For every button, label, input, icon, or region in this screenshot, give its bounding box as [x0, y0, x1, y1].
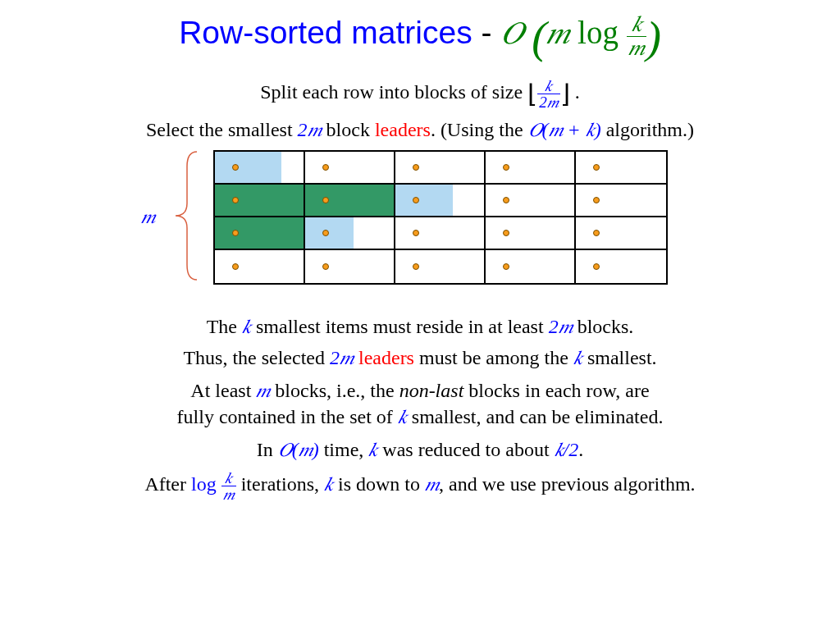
dot-icon	[413, 263, 419, 270]
matrix-cell	[576, 152, 666, 183]
text-line-7: After log 𝑘𝑚 iterations, 𝑘 is down to 𝑚,…	[33, 470, 807, 502]
title-big-o: 𝑂 (𝑚 log 𝑘𝑚)	[500, 15, 660, 50]
matrix-cell	[576, 250, 666, 283]
matrix-cell	[395, 217, 486, 249]
dot-icon	[322, 230, 329, 236]
matrix-diagram: 𝑚	[158, 150, 682, 298]
slide: Row-sorted matrices - 𝑂 (𝑚 log 𝑘𝑚) Split…	[0, 0, 840, 527]
title-prefix: Row-sorted matrices	[179, 15, 472, 50]
matrix-row	[215, 152, 666, 185]
title-dash: -	[472, 15, 501, 50]
dot-icon	[593, 164, 600, 171]
dot-icon	[413, 230, 419, 236]
dot-icon	[413, 197, 419, 203]
dot-icon	[503, 164, 509, 171]
matrix-cell	[486, 217, 576, 249]
matrix-cell	[215, 185, 305, 216]
m-label: 𝑚	[141, 206, 155, 228]
text-line-6: In 𝑂(𝑚) time, 𝑘 was reduced to about 𝑘/2…	[33, 439, 807, 461]
text-line-1: Split each row into blocks of size ⌊𝑘2𝑚⌋…	[33, 78, 807, 110]
matrix-cell	[576, 185, 666, 216]
matrix-cell	[305, 185, 395, 216]
matrix-cell	[215, 152, 305, 183]
dot-icon	[232, 230, 239, 236]
dot-icon	[413, 164, 419, 171]
matrix-cell	[486, 185, 576, 216]
dot-icon	[503, 230, 509, 236]
brace-icon	[164, 150, 201, 281]
matrix-row	[215, 250, 666, 283]
matrix-cell	[215, 250, 305, 283]
text-line-5: At least 𝑚 blocks, i.e., the non-last bl…	[33, 378, 807, 429]
matrix-cell	[305, 217, 395, 249]
dot-icon	[593, 230, 600, 236]
dot-icon	[322, 197, 329, 203]
dot-icon	[593, 197, 600, 203]
matrix-cell	[395, 250, 486, 283]
dot-icon	[503, 197, 509, 203]
dot-icon	[503, 263, 509, 270]
dot-icon	[232, 164, 239, 171]
slide-title: Row-sorted matrices - 𝑂 (𝑚 log 𝑘𝑚)	[33, 11, 807, 63]
matrix-cell	[486, 152, 576, 183]
matrix-cell	[486, 250, 576, 283]
text-line-4: Thus, the selected 2𝑚 leaders must be am…	[33, 347, 807, 369]
text-line-3: The 𝑘 smallest items must reside in at l…	[33, 316, 807, 338]
matrix-cell	[305, 250, 395, 283]
matrix-cell	[215, 217, 305, 249]
matrix-cell	[576, 217, 666, 249]
matrix-cell	[305, 152, 395, 183]
dot-icon	[322, 263, 329, 270]
dot-icon	[232, 197, 239, 203]
matrix-row	[215, 217, 666, 250]
text-line-2: Select the smallest 2𝑚 block leaders. (U…	[33, 119, 807, 141]
dot-icon	[232, 263, 239, 270]
matrix-cell	[395, 152, 486, 183]
dot-icon	[322, 164, 329, 171]
dot-icon	[593, 263, 600, 270]
matrix-grid	[213, 150, 668, 285]
matrix-cell	[395, 185, 486, 216]
matrix-row	[215, 185, 666, 217]
